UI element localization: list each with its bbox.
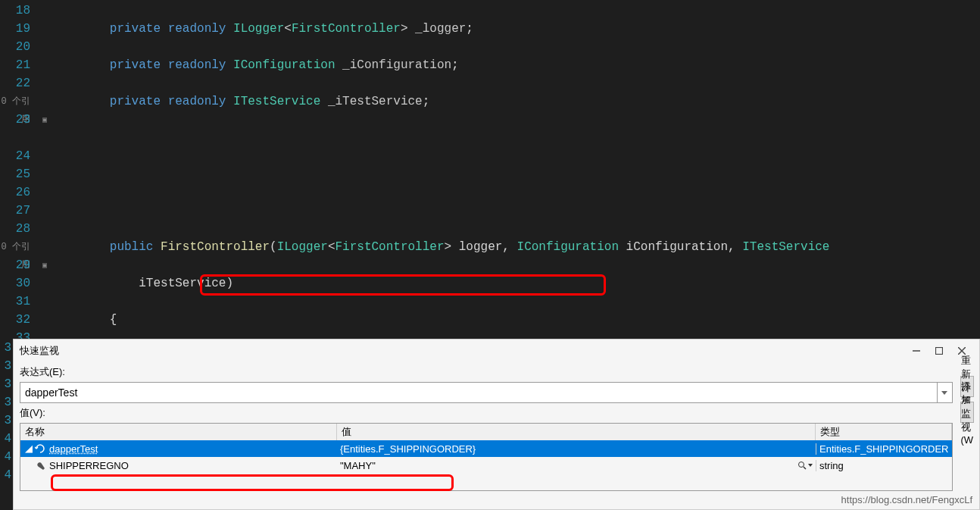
- expression-value: dapperTest: [25, 386, 77, 399]
- line-number: 23: [0, 111, 30, 129]
- expression-dropdown[interactable]: [938, 382, 953, 403]
- svg-line-5: [804, 467, 806, 469]
- kw: readonly: [161, 58, 226, 72]
- kw: readonly: [161, 95, 226, 108]
- expand-toggle[interactable]: ◢: [23, 443, 34, 455]
- line-number: 31: [0, 293, 30, 311]
- wrench-icon: [34, 459, 46, 471]
- param: iTestService: [139, 277, 226, 290]
- line-number: 32: [0, 311, 30, 329]
- kw: readonly: [161, 22, 226, 36]
- fold-toggle[interactable]: ▣: [38, 256, 51, 274]
- type: ITestService: [735, 240, 830, 254]
- line-gutter: 18 19 20 21 22 0 个引用 23 24 25 26 27 28 0…: [0, 0, 38, 339]
- add-watch-button[interactable]: 添加监视(W: [960, 402, 975, 423]
- line-number: 24: [0, 147, 30, 165]
- code-editor[interactable]: 18 19 20 21 22 0 个引用 23 24 25 26 27 28 0…: [0, 0, 980, 339]
- line-number: 22: [0, 74, 30, 92]
- field: _iTestService: [320, 95, 422, 108]
- line-number: 21: [0, 56, 30, 74]
- header-name[interactable]: 名称: [20, 424, 337, 440]
- kw: private: [110, 22, 161, 36]
- type: IConfiguration: [226, 58, 335, 72]
- type: FirstController: [292, 22, 401, 36]
- kw: private: [110, 95, 161, 108]
- background-gutter: 33333444: [0, 339, 13, 510]
- type: ILogger: [277, 240, 328, 254]
- svg-point-4: [799, 462, 804, 468]
- row-value: "MAHY": [340, 460, 376, 471]
- row-value: {Entities.F_SHIPPINGORDER}: [340, 443, 476, 455]
- line-number: 0 个引用: [0, 238, 30, 256]
- type: IConfiguration: [510, 240, 619, 254]
- visualizer-dropdown[interactable]: [797, 461, 813, 470]
- line-number: [0, 129, 30, 147]
- watch-row[interactable]: ◢ dapperTest {Entities.F_SHIPPINGORDER} …: [20, 440, 952, 457]
- return-icon: [34, 443, 46, 455]
- line-number: 25: [0, 165, 30, 183]
- line-number: 26: [0, 183, 30, 202]
- row-name: SHIPPERREGNO: [49, 460, 129, 471]
- fold-column: ▣ ▣: [38, 0, 51, 339]
- code-area[interactable]: private readonly ILogger<FirstController…: [51, 0, 980, 339]
- kw: public: [110, 240, 154, 254]
- line-number: 20: [0, 38, 30, 56]
- value-label: 值(V):: [20, 406, 953, 420]
- svg-rect-1: [936, 348, 943, 355]
- field: _logger: [408, 22, 467, 36]
- field: _iConfiguration: [335, 58, 451, 72]
- expand-spacer: [23, 459, 34, 471]
- watch-row-empty: [20, 474, 952, 490]
- watch-grid[interactable]: 名称 值 类型 ◢ dapperTest {Entities.F_SHIPPIN…: [20, 423, 953, 491]
- ident: FirstController: [153, 240, 270, 254]
- header-type[interactable]: 类型: [816, 424, 952, 440]
- fold-toggle[interactable]: ▣: [38, 111, 51, 129]
- row-type: string: [819, 460, 844, 471]
- line-number: 27: [0, 202, 30, 220]
- quickwatch-window[interactable]: 快速监视 表达式(E): dapperTest 值(V): 名称 值 类型 ◢: [13, 339, 980, 510]
- quickwatch-titlebar[interactable]: 快速监视: [14, 339, 979, 362]
- line-number: 28: [0, 220, 30, 238]
- type: ITestService: [226, 95, 320, 108]
- line-number: 18: [0, 2, 30, 20]
- line-number: 19: [0, 20, 30, 38]
- line-number: 0 个引用: [0, 92, 30, 111]
- grid-header: 名称 值 类型: [20, 424, 952, 440]
- row-name: dapperTest: [49, 443, 98, 455]
- line-number: 30: [0, 274, 30, 293]
- param: iConfiguration: [619, 240, 728, 254]
- header-value[interactable]: 值: [337, 424, 816, 440]
- maximize-icon[interactable]: [928, 341, 950, 361]
- minimize-icon[interactable]: [905, 341, 928, 361]
- quickwatch-title: 快速监视: [20, 344, 905, 358]
- line-number: 29: [0, 256, 30, 274]
- kw: private: [110, 58, 161, 72]
- expression-label: 表达式(E):: [20, 365, 953, 379]
- watch-row[interactable]: SHIPPERREGNO "MAHY" string: [20, 457, 952, 474]
- param: logger: [451, 240, 502, 254]
- type: ILogger: [226, 22, 284, 36]
- button-label: 添加监视(W: [961, 380, 974, 446]
- row-type: Entities.F_SHIPPINGORDER: [819, 443, 949, 455]
- expression-input[interactable]: dapperTest: [20, 382, 938, 403]
- type: FirstController: [335, 240, 444, 254]
